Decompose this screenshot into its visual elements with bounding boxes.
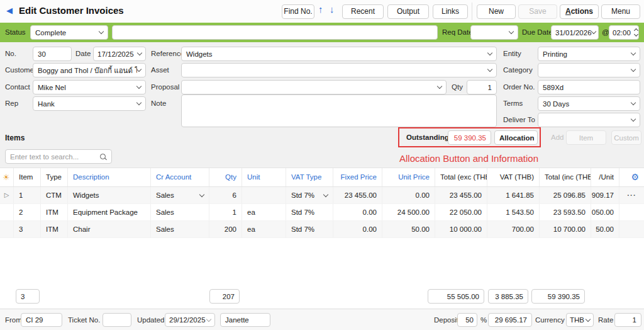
cell-unit-price[interactable]: 50.00 xyxy=(382,221,435,238)
find-no-button[interactable]: Find No. xyxy=(282,4,314,19)
cell-unit[interactable] xyxy=(242,187,286,204)
proposal-select[interactable] xyxy=(181,80,447,94)
cell-qty[interactable]: 6 xyxy=(209,187,242,204)
terms-select[interactable]: 30 Days xyxy=(538,96,640,111)
customer-select[interactable]: Boggy and Thol / บ๊อกกี้ แอนด์ โพล ( xyxy=(33,63,146,77)
add-item-button[interactable]: Item xyxy=(566,130,606,145)
due-time-stepper[interactable]: 02:00 xyxy=(609,25,639,40)
row-more-button[interactable] xyxy=(619,221,644,238)
cell-cr-account-select[interactable]: Sales xyxy=(151,221,209,238)
cell-unit-price[interactable]: 0.00 xyxy=(382,187,435,204)
column-header-type[interactable]: Type xyxy=(41,168,68,186)
row-more-button[interactable]: ··· xyxy=(619,187,644,204)
row-settings-column-header[interactable]: ☀ xyxy=(0,168,14,186)
from-input[interactable]: CI 29 xyxy=(21,313,62,327)
ticket-no-input[interactable] xyxy=(103,313,131,327)
column-header-vat-type[interactable]: VAT Type xyxy=(286,168,333,186)
back-icon[interactable]: ◀ xyxy=(6,6,13,15)
save-button[interactable]: Save xyxy=(518,4,557,19)
cell-unit[interactable]: ea xyxy=(242,204,286,221)
cell-cr-account-select[interactable]: Sales xyxy=(151,204,209,221)
date-select[interactable]: 17/12/2025 xyxy=(93,47,146,61)
reference-select[interactable]: Widgets xyxy=(181,47,497,61)
recent-button[interactable]: Recent xyxy=(342,4,384,19)
column-header-total-exc[interactable]: Total (exc (THB)) xyxy=(435,168,487,186)
up-arrow-button[interactable]: ↑ xyxy=(318,4,323,14)
column-header-qty[interactable]: Qty xyxy=(209,168,242,186)
deliver-to-select[interactable] xyxy=(538,113,640,127)
column-header-unit-price[interactable]: Unit Price xyxy=(382,168,435,186)
column-header-fixed-price[interactable]: Fixed Price xyxy=(333,168,382,186)
column-header-total-inc[interactable]: Total (inc (THB)) xyxy=(540,168,591,186)
cell-unit-price[interactable]: 24 500.00 xyxy=(382,204,435,221)
cell-qty[interactable]: 200 xyxy=(209,221,242,238)
add-custom-button[interactable]: Custom xyxy=(611,130,641,145)
cell-qty[interactable]: 1 xyxy=(209,204,242,221)
status-select[interactable]: Complete xyxy=(30,25,108,40)
cell-cr-account-select[interactable]: Sales xyxy=(151,187,209,204)
order-no-input[interactable]: 589Xd xyxy=(538,80,640,94)
deposit-amount-input[interactable]: 29 695.17 xyxy=(488,313,532,327)
allocation-button[interactable]: Allocation xyxy=(494,130,538,145)
due-date-select[interactable]: 31/01/2026 xyxy=(551,25,599,40)
cell-item[interactable]: 1 xyxy=(14,187,41,204)
column-header-vat[interactable]: VAT (THB) xyxy=(487,168,540,186)
cell-item[interactable]: 2 xyxy=(14,204,41,221)
actions-button[interactable]: Actions xyxy=(560,4,599,19)
cell-vat-type-select[interactable]: Std 7% xyxy=(286,204,333,221)
rep-select[interactable]: Hank xyxy=(33,96,146,111)
entity-select[interactable]: Printing xyxy=(538,47,640,61)
new-button[interactable]: New xyxy=(477,4,516,19)
cell-unit[interactable]: ea xyxy=(242,221,286,238)
column-header-description[interactable]: Description xyxy=(68,168,151,186)
category-select[interactable] xyxy=(538,63,640,77)
qty-input[interactable]: 1 xyxy=(467,80,497,94)
asset-select[interactable] xyxy=(181,63,497,77)
time-spinner-icons[interactable] xyxy=(635,29,638,36)
outstanding-label: Outstanding xyxy=(406,129,449,146)
cell-description[interactable]: Equipment Package xyxy=(68,204,151,221)
deposit-percent-input[interactable]: 50 xyxy=(457,313,477,327)
items-search-box[interactable] xyxy=(5,149,112,164)
column-header-unit[interactable]: Unit xyxy=(242,168,286,186)
cell-type[interactable]: ITM xyxy=(41,204,68,221)
cell-vat-type-select[interactable]: Std 7% xyxy=(286,221,333,238)
cell-vat-type-select[interactable]: Std 7% xyxy=(286,187,333,204)
menu-button[interactable]: Menu xyxy=(601,4,640,19)
column-header-item[interactable]: Item xyxy=(14,168,41,186)
note-textarea[interactable] xyxy=(181,94,497,127)
cell-item[interactable]: 3 xyxy=(14,221,41,238)
row-more-button[interactable] xyxy=(619,204,644,221)
updated-date-select[interactable]: 29/12/2025 xyxy=(165,313,215,327)
cell-type[interactable]: CTM xyxy=(41,187,68,204)
cell-description[interactable]: Chair xyxy=(68,221,151,238)
cell-fixed-price[interactable]: 0.00 xyxy=(333,221,382,238)
cell-fixed-price[interactable]: 0.00 xyxy=(333,204,382,221)
items-table-header: ☀ Item Type Description Cr Account Qty U… xyxy=(0,168,644,187)
items-search-input[interactable] xyxy=(10,153,99,161)
column-header-cr-account[interactable]: Cr Account xyxy=(151,168,209,186)
links-button[interactable]: Links xyxy=(433,4,468,19)
output-button[interactable]: Output xyxy=(387,4,429,19)
down-arrow-button[interactable]: ↓ xyxy=(330,4,335,14)
currency-value: THB xyxy=(570,316,584,324)
status-note-input[interactable] xyxy=(112,25,438,40)
row-expand-marker[interactable]: ▷ xyxy=(0,187,14,204)
cell-description[interactable]: Widgets xyxy=(68,187,151,204)
column-header-per-unit[interactable]: /Unit xyxy=(591,168,619,186)
rate-input[interactable]: 1 xyxy=(614,313,641,327)
column-settings-header[interactable]: ⚙ xyxy=(619,168,644,186)
row-expand-marker[interactable] xyxy=(0,221,14,238)
cell-fixed-price[interactable]: 23 455.00 xyxy=(333,187,382,204)
cell-vat: 1 543.50 xyxy=(487,204,540,221)
req-date-select[interactable] xyxy=(470,25,518,40)
row-expand-marker[interactable] xyxy=(0,204,14,221)
updated-by-input[interactable]: Janette xyxy=(220,313,270,327)
note-value[interactable] xyxy=(186,98,492,127)
cell-type[interactable]: ITM xyxy=(41,221,68,238)
contact-select[interactable]: Mike Nel xyxy=(33,80,146,94)
currency-select[interactable]: THB xyxy=(566,313,594,327)
status-note-value[interactable] xyxy=(117,29,433,37)
gear-icon[interactable]: ⚙ xyxy=(631,172,639,182)
invoice-no-input[interactable]: 30 xyxy=(33,47,72,61)
